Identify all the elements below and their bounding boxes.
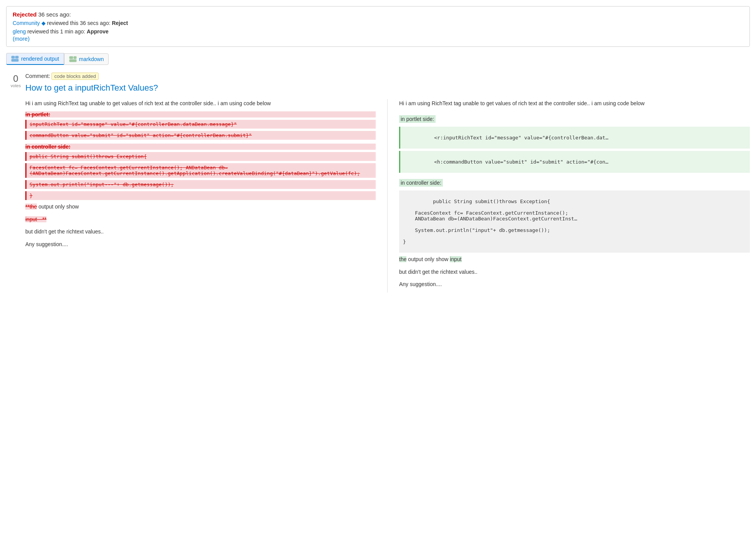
left-del-input: input---**: [25, 216, 46, 222]
review-line-1: Community ◆ reviewed this 36 secs ago: R…: [13, 20, 743, 26]
left-section1-code: inputRichText id="message" value="#{cont…: [25, 120, 376, 129]
right-s2-c1: public String submit()throws Exception{: [433, 199, 550, 204]
svg-rect-2: [12, 59, 18, 61]
left-p1: but didn't get the richtext values..: [25, 227, 376, 236]
rejection-banner: Rejected 36 secs ago: Community ◆ review…: [6, 6, 750, 47]
svg-rect-1: [15, 56, 18, 58]
rejection-header: Rejected 36 secs ago:: [13, 11, 743, 18]
diff-right-pane: Hi i am using RichText tag unable to get…: [388, 99, 750, 293]
right-s2-heading-text: in controller side:: [401, 180, 441, 186]
vote-count: 0: [13, 74, 18, 83]
left-section3-code1: public String submit()throws Exception{: [25, 152, 376, 161]
left-text-output: output only show: [37, 204, 79, 210]
comment-prefix: Comment:: [25, 73, 50, 79]
right-s1-c1: <r:inputRichText id="message" value="#{c…: [434, 135, 608, 141]
left-section2-code: commandButton value="submit" id="submit"…: [25, 131, 376, 140]
left-section3-heading: in controller side:: [25, 144, 376, 150]
question-title: How to get a inputRichText Values?: [25, 83, 750, 93]
left-del-the: **the: [25, 204, 37, 210]
tabs-row: rendered output markdown: [6, 53, 750, 65]
right-s2-c2: FacesContext fc= FacesContext.getCurrent…: [403, 210, 568, 216]
rejection-time: 36 secs ago:: [38, 11, 71, 18]
vote-label: votes: [11, 83, 21, 88]
content-area: 0 votes Comment: code blocks added How t…: [6, 73, 750, 293]
svg-rect-0: [12, 56, 15, 58]
left-section3-code2: FacesContext fc= FacesContext.getCurrent…: [25, 163, 376, 178]
comment-badge: code blocks added: [51, 73, 98, 80]
reject-action: Reject: [112, 20, 128, 26]
svg-rect-4: [74, 56, 76, 59]
left-s1-heading-text: in portlet:: [25, 111, 50, 117]
right-s2-c4: System.out.println("input"+ db.getmessag…: [403, 227, 550, 233]
right-section1-code1: <r:inputRichText id="message" value="#{c…: [399, 127, 750, 149]
right-s1-c2: <h:commandButton value="submit" id="subm…: [434, 159, 608, 165]
comment-line: Comment: code blocks added: [25, 73, 750, 80]
tab-rendered-output[interactable]: rendered output: [6, 53, 64, 65]
right-add-input: input: [450, 256, 461, 262]
right-section1-code2: <h:commandButton value="submit" id="subm…: [399, 151, 750, 173]
layout-icon: [11, 56, 19, 62]
right-section1-heading: in portlet side:: [399, 115, 436, 123]
right-section2-code: public String submit()throws Exception{ …: [399, 190, 750, 253]
gleng-link[interactable]: gleng: [13, 28, 26, 35]
rejected-label: Rejected: [13, 11, 37, 18]
right-s2-c5: }: [403, 239, 406, 245]
tab-rendered-output-label: rendered output: [21, 56, 59, 62]
right-add-the: the: [399, 256, 406, 262]
right-text-show: the output only show input: [399, 255, 750, 263]
left-s3-heading-text: in controller side:: [25, 144, 70, 150]
left-intro: Hi i am using RichText tag unable to get…: [25, 99, 376, 108]
svg-rect-5: [69, 60, 76, 62]
diamond-icon: ◆: [41, 20, 46, 26]
left-text-input: input---**: [25, 215, 376, 223]
left-text-show: **the output only show: [25, 202, 376, 211]
community-link[interactable]: Community: [13, 20, 40, 26]
right-intro: Hi i am using RichText tag unable to get…: [399, 99, 750, 108]
more-link[interactable]: (more): [13, 35, 743, 42]
right-s2-c3: ANDataBean db=(ANDataBean)FacesContext.g…: [403, 216, 577, 222]
left-section3-code3: System.out.println("input---"+ db.getmes…: [25, 180, 376, 189]
markdown-icon: [69, 56, 77, 62]
right-p2: Any suggestion....: [399, 280, 750, 288]
diff-left-pane: Hi i am using RichText tag unable to get…: [25, 99, 388, 293]
right-p1: but didn't get the richtext values..: [399, 268, 750, 276]
right-text-output: output only show: [406, 256, 450, 262]
left-section3-code4: }: [25, 191, 376, 200]
main-col: Comment: code blocks added How to get a …: [25, 73, 750, 293]
left-section1-heading: in portlet:: [25, 111, 376, 117]
approve-action: Approve: [87, 28, 109, 35]
diff-view: Hi i am using RichText tag unable to get…: [25, 99, 750, 293]
tab-markdown[interactable]: markdown: [64, 53, 109, 65]
left-p2: Any suggestion....: [25, 240, 376, 248]
right-section2-heading: in controller side:: [399, 179, 443, 187]
svg-rect-3: [69, 56, 73, 59]
tab-markdown-label: markdown: [79, 56, 104, 62]
right-s1-heading-text: in portlet side:: [401, 116, 434, 122]
vote-col: 0 votes: [6, 73, 25, 293]
review-line-2: gleng reviewed this 1 min ago: Approve: [13, 28, 743, 35]
